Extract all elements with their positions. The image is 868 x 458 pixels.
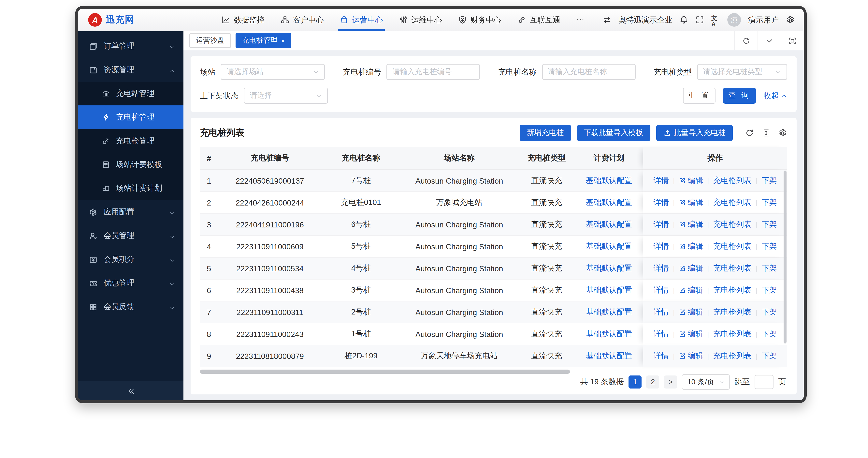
gun-list-link[interactable]: 充电枪列表 <box>713 329 752 339</box>
switch-enterprise-icon[interactable] <box>602 16 611 24</box>
sidebar-sub-item[interactable]: 充电站管理 <box>78 82 183 106</box>
edit-link[interactable]: 编辑 <box>679 263 703 274</box>
topnav-item[interactable]: ⋯ <box>577 9 589 31</box>
maximize-content-button[interactable] <box>781 31 804 50</box>
take-offline-link[interactable]: 下架 <box>762 307 777 317</box>
gun-list-link[interactable]: 充电枪列表 <box>713 307 752 317</box>
sidebar-collapse-button[interactable] <box>78 381 183 400</box>
page-size-select[interactable]: 10 条/页 <box>682 374 730 390</box>
take-offline-link[interactable]: 下架 <box>762 219 777 230</box>
sidebar-group-item[interactable]: 应用配置 <box>78 200 183 224</box>
avatar[interactable]: 演 <box>727 13 741 27</box>
topnav-item[interactable]: 互联互通 <box>517 9 560 31</box>
filter-control[interactable]: 请输入充电桩编号 <box>386 64 480 80</box>
edit-link[interactable]: 编辑 <box>679 351 703 361</box>
topnav-item[interactable]: 财务中心 <box>458 9 501 31</box>
settings-gear-icon[interactable] <box>786 16 795 24</box>
topnav-item[interactable]: 运维中心 <box>399 9 442 31</box>
gun-list-link[interactable]: 充电枪列表 <box>713 241 752 252</box>
detail-link[interactable]: 详情 <box>654 219 669 230</box>
gun-list-link[interactable]: 充电枪列表 <box>713 175 752 186</box>
topnav-item[interactable]: 运营中心 <box>340 9 383 31</box>
close-icon[interactable]: × <box>281 37 285 44</box>
sidebar-group-item[interactable]: 资源管理 <box>78 58 183 82</box>
sidebar-group-item[interactable]: 会员积分 <box>78 248 183 271</box>
horizontal-scrollbar-thumb[interactable] <box>200 370 570 374</box>
sidebar-sub-item[interactable]: 充电桩管理 <box>78 106 183 129</box>
edit-link[interactable]: 编辑 <box>679 241 703 252</box>
billing-plan-link[interactable]: 基础默认配置 <box>586 263 632 274</box>
gun-list-link[interactable]: 充电枪列表 <box>713 263 752 274</box>
billing-plan-link[interactable]: 基础默认配置 <box>586 219 632 230</box>
take-offline-link[interactable]: 下架 <box>762 197 777 208</box>
tab-list-dropdown-button[interactable] <box>757 31 781 50</box>
edit-link[interactable]: 编辑 <box>679 197 703 208</box>
detail-link[interactable]: 详情 <box>654 351 669 361</box>
take-offline-link[interactable]: 下架 <box>762 351 777 361</box>
take-offline-link[interactable]: 下架 <box>762 175 777 186</box>
sidebar-sub-item[interactable]: 场站计费模板 <box>78 153 183 176</box>
detail-link[interactable]: 详情 <box>654 263 669 274</box>
next-page-button[interactable]: > <box>664 375 677 389</box>
billing-plan-link[interactable]: 基础默认配置 <box>586 197 632 208</box>
edit-link[interactable]: 编辑 <box>679 175 703 186</box>
collapse-filters-link[interactable]: 收起 <box>764 90 787 101</box>
gun-list-link[interactable]: 充电枪列表 <box>713 197 752 208</box>
list-action-button[interactable]: 批量导入充电桩 <box>656 125 733 141</box>
sidebar-group-item[interactable]: 优惠管理 <box>78 271 183 295</box>
sidebar-sub-item[interactable]: 充电枪管理 <box>78 129 183 153</box>
detail-link[interactable]: 详情 <box>654 329 669 339</box>
billing-plan-link[interactable]: 基础默认配置 <box>586 285 632 295</box>
page-tab[interactable]: 运营沙盘 × <box>189 33 231 48</box>
topnav-item[interactable]: 客户中心 <box>281 9 324 31</box>
edit-link[interactable]: 编辑 <box>679 329 703 339</box>
list-action-button[interactable]: 新增充电桩 <box>520 125 571 141</box>
search-button[interactable]: 查 询 <box>723 88 756 104</box>
notification-bell-icon[interactable] <box>679 16 688 24</box>
gun-list-link[interactable]: 充电枪列表 <box>713 285 752 295</box>
gun-list-link[interactable]: 充电枪列表 <box>713 351 752 361</box>
refresh-tab-button[interactable] <box>735 31 757 50</box>
billing-plan-link[interactable]: 基础默认配置 <box>586 329 632 339</box>
sidebar-group-item[interactable]: 会员管理 <box>78 224 183 248</box>
billing-plan-link[interactable]: 基础默认配置 <box>586 307 632 317</box>
row-density-icon[interactable] <box>762 128 771 137</box>
filter-control[interactable]: 请选择充电桩类型 <box>697 64 787 80</box>
billing-plan-link[interactable]: 基础默认配置 <box>586 241 632 252</box>
topnav-item[interactable]: 数据监控 <box>221 9 265 31</box>
billing-plan-link[interactable]: 基础默认配置 <box>586 175 632 186</box>
page-number-button[interactable]: 2 <box>646 375 659 389</box>
page-tab[interactable]: 充电桩管理 × <box>236 33 291 48</box>
take-offline-link[interactable]: 下架 <box>762 329 777 339</box>
status-select[interactable]: 请选择 <box>244 88 328 104</box>
sidebar-sub-item[interactable]: 场站计费计划 <box>78 176 183 200</box>
take-offline-link[interactable]: 下架 <box>762 285 777 295</box>
take-offline-link[interactable]: 下架 <box>762 241 777 252</box>
sidebar-group-item[interactable]: 订单管理 <box>78 34 183 58</box>
edit-link[interactable]: 编辑 <box>679 307 703 317</box>
detail-link[interactable]: 详情 <box>654 241 669 252</box>
gun-list-link[interactable]: 充电枪列表 <box>713 219 752 230</box>
enterprise-name[interactable]: 奥特迅演示企业 <box>618 15 672 25</box>
edit-link[interactable]: 编辑 <box>679 219 703 230</box>
fullscreen-icon[interactable] <box>695 16 704 24</box>
reload-table-icon[interactable] <box>745 128 754 137</box>
detail-link[interactable]: 详情 <box>654 285 669 295</box>
column-settings-gear-icon[interactable] <box>778 128 787 137</box>
vertical-scrollbar-thumb[interactable] <box>783 171 786 343</box>
detail-link[interactable]: 详情 <box>654 307 669 317</box>
jump-page-input[interactable] <box>754 375 774 389</box>
reset-button[interactable]: 重 置 <box>683 88 715 104</box>
page-number-button[interactable]: 1 <box>628 375 642 389</box>
billing-plan-link[interactable]: 基础默认配置 <box>586 351 632 361</box>
list-action-button[interactable]: 下载批量导入模板 <box>577 125 650 141</box>
language-icon[interactable]: 文A <box>711 16 720 24</box>
user-name[interactable]: 演示用户 <box>748 15 779 25</box>
take-offline-link[interactable]: 下架 <box>762 263 777 274</box>
detail-link[interactable]: 详情 <box>654 175 669 186</box>
edit-link[interactable]: 编辑 <box>679 285 703 295</box>
detail-link[interactable]: 详情 <box>654 197 669 208</box>
filter-control[interactable]: 请输入充电桩名称 <box>542 64 636 80</box>
filter-control[interactable]: 请选择场站 <box>221 64 325 80</box>
sidebar-group-item[interactable]: 会员反馈 <box>78 295 183 319</box>
